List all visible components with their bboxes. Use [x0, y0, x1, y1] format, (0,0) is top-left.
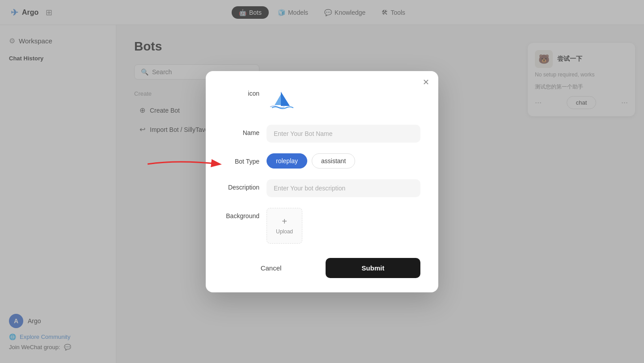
cancel-button[interactable]: Cancel: [224, 258, 318, 278]
bot-type-group: roleplay assistant: [267, 153, 420, 169]
description-input[interactable]: [267, 179, 420, 197]
background-label: Background: [224, 208, 259, 219]
name-input[interactable]: [267, 125, 420, 143]
modal-footer: Cancel Submit: [224, 258, 420, 278]
icon-label: icon: [224, 85, 259, 97]
name-label: Name: [224, 125, 259, 136]
upload-box[interactable]: + Upload: [267, 208, 302, 244]
arrow-annotation: [143, 155, 233, 173]
background-control: + Upload: [267, 208, 420, 244]
bot-icon-display[interactable]: [267, 85, 295, 114]
name-control: [267, 125, 420, 143]
bot-type-row: Bot Type roleplay assistant: [224, 153, 420, 169]
bot-type-control: roleplay assistant: [267, 153, 420, 169]
background-row: Background + Upload: [224, 208, 420, 244]
modal-close-button[interactable]: ✕: [423, 78, 429, 86]
upload-plus: +: [282, 216, 287, 227]
description-row: Description: [224, 179, 420, 197]
submit-button[interactable]: Submit: [326, 258, 420, 278]
bot-type-roleplay[interactable]: roleplay: [267, 153, 307, 169]
description-control: [267, 179, 420, 197]
name-row: Name: [224, 125, 420, 143]
icon-control: [267, 85, 420, 114]
description-label: Description: [224, 179, 259, 191]
bot-type-label: Bot Type: [224, 153, 259, 165]
icon-row: icon: [224, 85, 420, 114]
bot-type-assistant[interactable]: assistant: [312, 153, 355, 169]
modal-overlay: ✕ icon: [0, 0, 644, 363]
create-bot-modal: ✕ icon: [206, 71, 438, 292]
upload-label: Upload: [276, 228, 293, 235]
sailboat-icon: [268, 90, 293, 110]
